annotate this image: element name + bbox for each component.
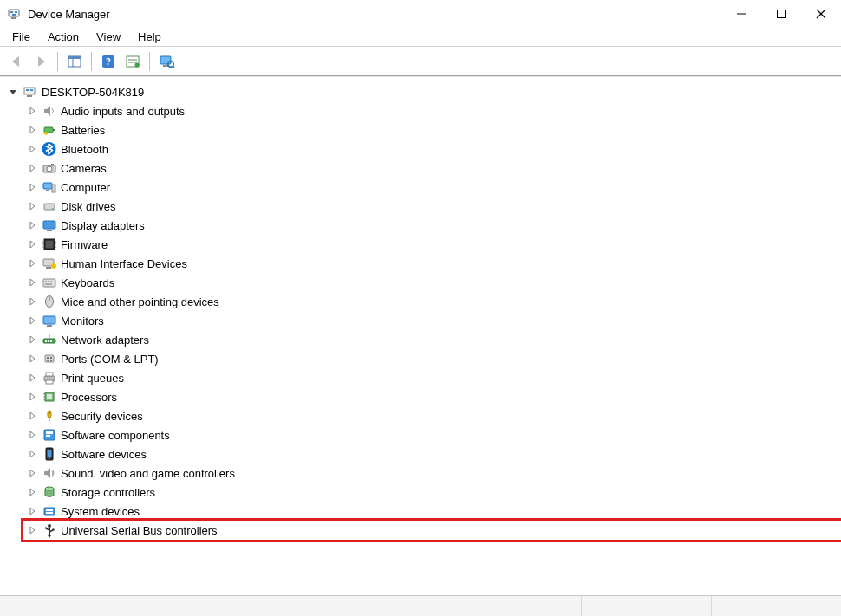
network-icon (42, 332, 57, 347)
svg-rect-25 (27, 95, 32, 97)
svg-rect-51 (43, 279, 55, 287)
chevron-right-icon[interactable] (26, 162, 38, 174)
tree-node-label: Sound, video and game controllers (61, 467, 235, 480)
svg-rect-91 (46, 509, 49, 511)
tree-node[interactable]: Processors (23, 387, 841, 406)
svg-rect-85 (46, 435, 50, 437)
chevron-right-icon[interactable] (26, 353, 38, 365)
tree-node[interactable]: Network adapters (23, 330, 841, 349)
tree-node[interactable]: Disk drives (23, 197, 841, 216)
menu-help[interactable]: Help (129, 29, 170, 45)
tree-node[interactable]: Display adapters (23, 216, 841, 235)
tree-node[interactable]: Cameras (23, 159, 841, 178)
chevron-right-icon[interactable] (26, 505, 38, 517)
chevron-down-icon[interactable] (7, 86, 19, 98)
svg-line-8 (817, 10, 825, 18)
svg-line-21 (173, 66, 174, 68)
tree-node-label: Bluetooth (61, 143, 108, 156)
svg-point-99 (52, 528, 54, 530)
tree-node[interactable]: Print queues (23, 368, 841, 387)
svg-rect-24 (30, 89, 33, 91)
svg-rect-32 (51, 164, 54, 165)
tree-node[interactable]: Bluetooth (23, 139, 841, 159)
maximize-button[interactable] (761, 0, 801, 28)
tree-node[interactable]: Security devices (23, 406, 841, 425)
svg-rect-53 (48, 281, 49, 282)
svg-rect-23 (26, 89, 29, 91)
tree-node[interactable]: Universal Serial Bus controllers (23, 521, 841, 540)
show-hide-tree-button[interactable] (63, 50, 86, 73)
tree-node-label: Batteries (61, 124, 105, 137)
svg-rect-59 (47, 325, 52, 327)
status-pane-main (0, 596, 581, 616)
chevron-right-icon[interactable] (26, 334, 38, 346)
tree-node[interactable]: Audio inputs and outputs (23, 101, 841, 120)
tree-node[interactable]: Batteries (23, 120, 841, 139)
tree-root-node[interactable]: DESKTOP-504K819 (3, 82, 841, 101)
chevron-right-icon[interactable] (26, 314, 38, 327)
tree-node-label: Computer (61, 181, 110, 194)
svg-rect-35 (52, 185, 55, 192)
help-button[interactable]: ? (97, 50, 120, 73)
forward-button (29, 50, 52, 73)
tree-node[interactable]: Monitors (23, 311, 841, 330)
chevron-right-icon[interactable] (26, 181, 38, 193)
minimize-button[interactable] (721, 0, 761, 28)
action-button[interactable] (121, 50, 144, 73)
tree-node[interactable]: Software devices (23, 444, 841, 464)
scan-monitor-icon (158, 53, 175, 70)
tree-node[interactable]: Keyboards (23, 273, 841, 292)
status-bar (0, 595, 841, 616)
swdev-icon (42, 446, 57, 462)
svg-rect-98 (45, 528, 47, 529)
scan-hardware-button[interactable] (155, 50, 178, 73)
chevron-right-icon[interactable] (26, 143, 38, 155)
chevron-right-icon[interactable] (26, 219, 38, 231)
chevron-right-icon[interactable] (26, 429, 38, 441)
tree-node[interactable]: System devices (23, 502, 841, 521)
chevron-right-icon[interactable] (26, 410, 38, 422)
tree-node[interactable]: Sound, video and game controllers (23, 464, 841, 483)
tree-node[interactable]: Mice and other pointing devices (23, 292, 841, 311)
tree-node[interactable]: Human Interface Devices (23, 254, 841, 273)
svg-rect-1 (10, 11, 13, 13)
hid-icon (42, 256, 57, 271)
tree-node[interactable]: Firmware (23, 235, 841, 254)
chevron-right-icon[interactable] (26, 372, 38, 384)
svg-point-37 (52, 208, 54, 210)
status-pane-2 (711, 596, 841, 616)
tree-node[interactable]: Computer (23, 178, 841, 197)
menu-action[interactable]: Action (39, 29, 88, 45)
chevron-right-icon[interactable] (26, 124, 38, 136)
toolbar-separator (91, 52, 92, 71)
chevron-right-icon[interactable] (26, 105, 38, 117)
tree-node-label: Ports (COM & LPT) (61, 353, 159, 366)
tree-node[interactable]: Ports (COM & LPT) (23, 349, 841, 368)
tree-node[interactable]: Storage controllers (23, 483, 841, 502)
chevron-right-icon[interactable] (26, 391, 38, 403)
svg-rect-4 (11, 17, 16, 19)
menu-file[interactable]: File (3, 29, 39, 45)
tree-node-label: Audio inputs and outputs (61, 105, 185, 118)
swcomp-icon (42, 427, 57, 443)
svg-point-17 (135, 62, 140, 67)
tree-node-label: Software components (61, 429, 170, 442)
chevron-right-icon[interactable] (26, 295, 38, 308)
device-tree[interactable]: DESKTOP-504K819Audio inputs and outputsB… (0, 76, 841, 595)
svg-rect-84 (46, 431, 53, 434)
action-list-icon (124, 53, 141, 70)
close-button[interactable] (801, 0, 841, 28)
svg-point-65 (47, 357, 49, 359)
chevron-right-icon[interactable] (26, 448, 38, 460)
tree-node[interactable]: Software components (23, 425, 841, 444)
chevron-right-icon[interactable] (26, 524, 38, 536)
chevron-right-icon[interactable] (26, 276, 38, 289)
chevron-right-icon[interactable] (26, 467, 38, 479)
tree-node-label: Firmware (61, 238, 108, 251)
menu-view[interactable]: View (88, 29, 129, 45)
chevron-right-icon[interactable] (26, 200, 38, 212)
chevron-right-icon[interactable] (26, 257, 38, 269)
chevron-right-icon[interactable] (26, 238, 38, 250)
chevron-right-icon[interactable] (26, 486, 38, 498)
tree-node-label: Cameras (61, 162, 107, 175)
